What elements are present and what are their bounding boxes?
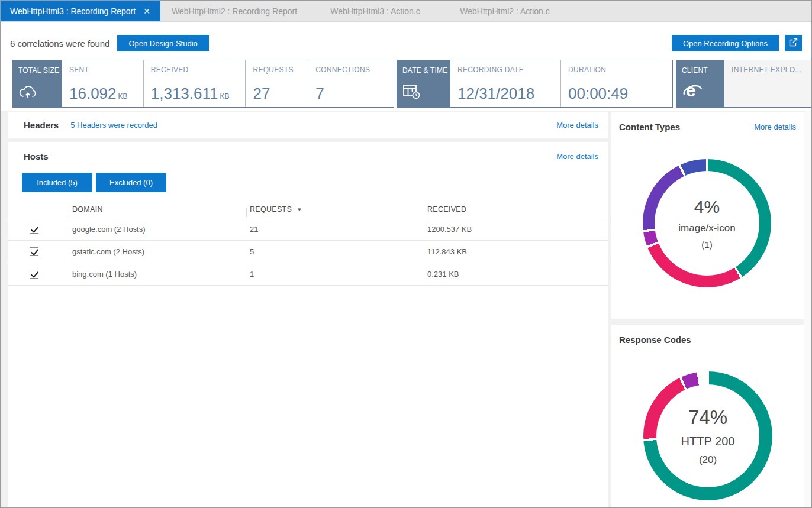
tab-label: WebHttpHtml2 : Action.c xyxy=(460,7,549,16)
content-types-more-details-link[interactable]: More details xyxy=(754,122,796,131)
hosts-more-details-link[interactable]: More details xyxy=(556,152,598,161)
tab-action-c-3[interactable]: WebHttpHtml3 : Action.c xyxy=(308,1,442,21)
donut-center-label: 74% HTTP 200 (20) xyxy=(656,384,759,487)
column-header-received[interactable]: RECEIVED xyxy=(424,205,608,213)
domain-cell: google.com (2 Hosts) xyxy=(69,225,246,234)
excluded-hosts-button[interactable]: Excluded (0) xyxy=(96,173,166,192)
recording-report-window: WebHttpHtml3 : Recording Report ✕ WebHtt… xyxy=(0,0,812,508)
open-in-new-window-button[interactable] xyxy=(785,35,802,51)
stat-requests: REQUESTS 27 xyxy=(245,60,308,107)
total-size-group: TOTAL SIZE SENT 16.092KB RECEIVED xyxy=(12,60,394,108)
headers-recorded-link[interactable]: 5 Headers were recorded xyxy=(70,121,157,130)
sort-desc-icon: ▼ xyxy=(297,207,303,212)
date-time-header: DATE & TIME xyxy=(397,60,450,107)
total-size-header: TOTAL SIZE xyxy=(13,60,62,107)
hosts-title: Hosts xyxy=(24,151,49,161)
requests-cell: 21 xyxy=(246,225,424,234)
stat-connections: CONNECTIONS 7 xyxy=(308,60,394,107)
hosts-table-header: DOMAIN REQUESTS ▼ RECEIVED xyxy=(8,201,608,218)
right-scrollbar-gutter[interactable] xyxy=(804,111,811,507)
content-types-donut-chart[interactable]: 4% image/x-icon (1) xyxy=(643,159,771,287)
included-hosts-button[interactable]: Included (5) xyxy=(22,173,92,192)
correlations-found-text: 6 correlations were found xyxy=(10,38,109,48)
column-header-requests[interactable]: REQUESTS ▼ xyxy=(246,205,424,213)
calendar-clock-icon xyxy=(402,83,446,102)
received-cell: 112.843 KB xyxy=(424,247,608,256)
stat-received: RECEIVED 1,313.611KB xyxy=(143,60,246,107)
headers-more-details-link[interactable]: More details xyxy=(556,121,598,130)
total-size-label: TOTAL SIZE xyxy=(18,66,57,75)
tab-recording-report-3[interactable]: WebHttpHtml3 : Recording Report ✕ xyxy=(1,1,160,21)
requests-cell: 5 xyxy=(246,247,424,256)
content-types-head: Content Types More details xyxy=(611,112,804,132)
stats-row: TOTAL SIZE SENT 16.092KB RECEIVED xyxy=(1,60,811,111)
donut-center-label: 4% image/x-icon (1) xyxy=(655,171,759,276)
toolbar-right: Open Recording Options xyxy=(672,35,802,51)
stat-client-browser: INTERNET EXPLO... xyxy=(724,60,811,107)
stat-duration: DURATION 00:00:49 xyxy=(560,60,672,107)
report-content: Headers 5 Headers were recorded More det… xyxy=(1,111,811,507)
hosts-section: Hosts More details Included (5) Excluded… xyxy=(8,142,608,507)
tab-label: WebHttpHtml2 : Recording Report xyxy=(172,7,297,16)
stat-recording-date: RECORDING DATE 12/31/2018 xyxy=(450,60,560,107)
domain-cell: bing.com (1 Hosts) xyxy=(69,270,246,279)
open-design-studio-button[interactable]: Open Design Studio xyxy=(117,35,208,51)
requests-cell: 1 xyxy=(246,270,424,279)
open-recording-options-button[interactable]: Open Recording Options xyxy=(672,35,779,51)
date-time-group: DATE & TIME RECORDING DATE 12/31/2018 xyxy=(397,60,673,108)
response-codes-section: Response Codes 74% HTTP 200 (20) xyxy=(611,325,804,507)
stat-sent: SENT 16.092KB xyxy=(62,60,143,107)
tab-label: WebHttpHtml3 : Action.c xyxy=(330,7,420,16)
domain-cell: gstatic.com (2 Hosts) xyxy=(69,247,246,256)
response-codes-head: Response Codes xyxy=(611,325,804,345)
content-types-section: Content Types More details 4% image/x-ic… xyxy=(611,112,804,319)
toolbar: 6 correlations were found Open Design St… xyxy=(1,25,811,61)
host-checkbox[interactable] xyxy=(30,270,38,279)
close-icon[interactable]: ✕ xyxy=(141,7,153,16)
date-time-label: DATE & TIME xyxy=(402,66,446,75)
client-label: CLIENT xyxy=(682,66,720,75)
headers-section: Headers 5 Headers were recorded More det… xyxy=(8,112,608,138)
external-link-icon xyxy=(789,38,798,48)
received-cell: 1200.537 KB xyxy=(424,225,608,234)
table-row: bing.com (1 Hosts) 1 0.231 KB xyxy=(8,263,608,286)
received-cell: 0.231 KB xyxy=(424,270,608,279)
report-header-area: 6 correlations were found Open Design St… xyxy=(1,22,811,111)
internet-explorer-icon: e xyxy=(682,81,720,102)
tab-recording-report-2[interactable]: WebHttpHtml2 : Recording Report xyxy=(160,1,308,21)
tab-label: WebHttpHtml3 : Recording Report xyxy=(10,7,141,16)
table-row: google.com (2 Hosts) 21 1200.537 KB xyxy=(8,218,608,241)
host-checkbox[interactable] xyxy=(30,225,38,234)
column-header-domain[interactable]: DOMAIN xyxy=(69,205,246,213)
hosts-table: DOMAIN REQUESTS ▼ RECEIVED google.com (2… xyxy=(8,201,608,286)
hosts-head: Hosts More details xyxy=(8,142,608,170)
response-codes-donut-chart[interactable]: 74% HTTP 200 (20) xyxy=(643,371,772,500)
response-codes-title: Response Codes xyxy=(619,335,691,345)
svg-text:e: e xyxy=(686,81,696,99)
tab-action-c-2[interactable]: WebHttpHtml2 : Action.c xyxy=(442,1,568,21)
headers-title: Headers xyxy=(24,120,59,130)
table-row: gstatic.com (2 Hosts) 5 112.843 KB xyxy=(8,241,608,263)
content-types-title: Content Types xyxy=(619,122,680,132)
host-filter-buttons: Included (5) Excluded (0) xyxy=(8,170,608,192)
cloud-upload-icon xyxy=(18,85,57,102)
client-group: CLIENT e INTERNET EXPLO... xyxy=(676,60,811,108)
tab-bar: WebHttpHtml3 : Recording Report ✕ WebHtt… xyxy=(1,1,811,22)
host-checkbox[interactable] xyxy=(30,247,38,256)
client-header: CLIENT e xyxy=(676,60,724,107)
